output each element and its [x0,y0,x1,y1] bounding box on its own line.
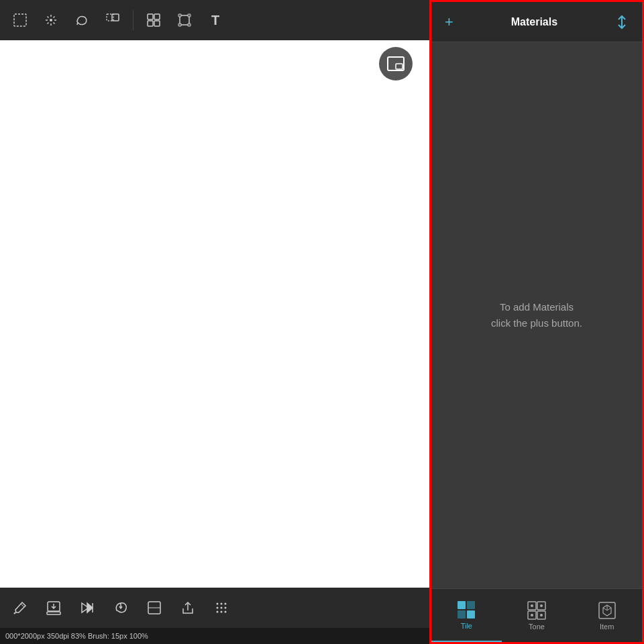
toolbar-divider-1 [133,10,133,30]
svg-rect-17 [178,14,181,17]
sort-button[interactable] [610,12,634,32]
svg-rect-15 [154,21,160,26]
item-tab-icon [598,601,616,620]
svg-point-66 [225,607,227,609]
svg-point-67 [217,611,219,613]
svg-rect-33 [458,601,466,609]
svg-line-7 [54,17,55,18]
tab-tile[interactable]: Tile [431,589,502,642]
pip-button[interactable] [379,47,413,80]
svg-line-50 [14,612,15,614]
svg-point-61 [217,603,219,605]
magic-wand-tool[interactable] [38,7,64,34]
panel-tabs: Tile Tone [431,588,642,642]
status-bar: 000*2000px 350dpi 83% Brush: 15px 100% [0,628,429,644]
svg-point-63 [225,603,227,605]
transform-tool[interactable] [171,7,198,34]
svg-line-8 [48,23,49,24]
svg-rect-0 [14,14,26,26]
svg-line-47 [603,608,607,610]
selection-rect-tool[interactable] [7,7,34,34]
tile-tab-icon [457,600,476,619]
eyedropper-tool[interactable] [7,594,34,621]
svg-point-9 [50,19,52,21]
download-tool[interactable] [40,594,67,621]
lasso-tool[interactable] [68,7,95,34]
svg-line-48 [607,608,611,610]
svg-point-42 [540,604,543,607]
svg-point-62 [221,603,223,605]
svg-rect-20 [188,23,191,26]
svg-rect-34 [467,601,475,609]
tab-tone[interactable]: Tone [502,589,572,642]
empty-message: To add Materials click the plus button. [491,299,582,331]
panel-title: Materials [464,16,604,28]
eraser-tool[interactable] [141,594,168,621]
grid-tool[interactable] [140,7,167,34]
svg-marker-55 [87,603,93,612]
canvas-area[interactable] [0,40,429,604]
svg-rect-14 [148,21,153,26]
selection-brush-tool[interactable] [99,7,126,34]
bottom-toolbar [0,588,429,628]
svg-point-43 [531,614,533,616]
svg-rect-18 [188,14,191,17]
svg-point-69 [225,611,227,613]
right-panel: + Materials To add Materials click the p… [429,0,644,644]
item-tab-label: Item [600,623,614,631]
svg-point-44 [540,614,543,616]
svg-line-6 [54,23,55,24]
svg-point-41 [531,604,533,607]
panel-content: To add Materials click the plus button. [431,42,642,588]
lasso2-tool[interactable] [107,594,134,621]
panel-header: + Materials [431,2,642,42]
text-tool[interactable]: T [202,7,229,34]
svg-point-65 [221,607,223,609]
svg-point-64 [217,607,219,609]
status-text: 000*2000px 350dpi 83% Brush: 15px 100% [5,632,148,640]
svg-rect-31 [396,64,402,69]
svg-rect-35 [458,610,466,619]
svg-rect-12 [148,14,153,19]
tone-tab-icon [527,601,546,620]
tone-tab-label: Tone [529,623,545,631]
svg-rect-13 [154,14,160,19]
svg-rect-36 [467,610,475,619]
tab-item[interactable]: Item [572,589,642,642]
grid2-tool[interactable] [208,594,235,621]
svg-rect-53 [47,612,60,614]
skip-tool[interactable] [74,594,101,621]
svg-rect-19 [178,23,181,26]
share-tool[interactable] [174,594,201,621]
tile-tab-label: Tile [461,622,472,630]
svg-point-68 [221,611,223,613]
svg-line-5 [48,17,49,18]
add-material-button[interactable]: + [439,11,459,34]
